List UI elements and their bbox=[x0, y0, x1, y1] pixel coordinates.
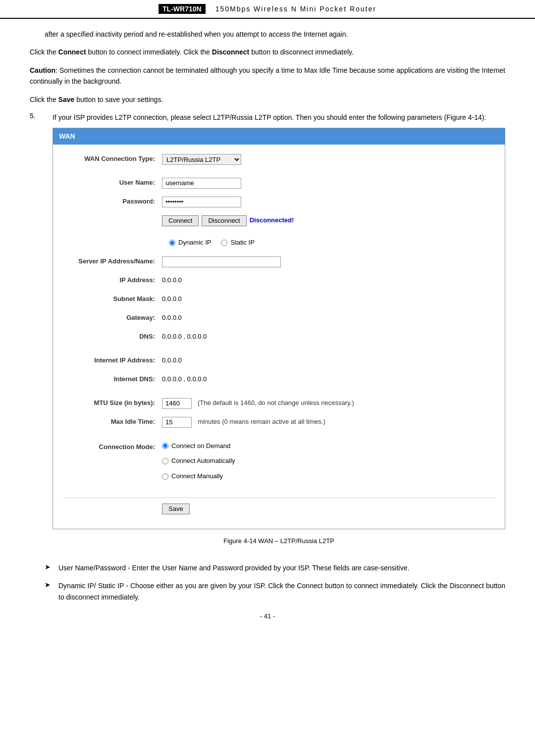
dynamic-ip-option[interactable]: Dynamic IP bbox=[169, 238, 211, 248]
mtu-input[interactable] bbox=[162, 398, 192, 409]
conn-demand-label: Connect on Demand bbox=[171, 441, 230, 452]
inet-dns-value: 0.0.0.0 , 0.0.0.0 bbox=[162, 374, 207, 385]
inet-dns-row: Internet DNS: 0.0.0.0 , 0.0.0.0 bbox=[63, 373, 495, 387]
inet-ip-label: Internet IP Address: bbox=[63, 355, 162, 366]
password-label: Password: bbox=[63, 197, 162, 207]
subnet-mask-text: 0.0.0.0 bbox=[162, 294, 182, 304]
wan-box: WAN WAN Connection Type: L2TP/Russia L2T… bbox=[53, 128, 505, 529]
bullet-arrow-2: ➤ bbox=[45, 580, 53, 603]
bullet-content-1: User Name/Password - Enter the User Name… bbox=[58, 562, 505, 573]
conn-mode-row: Connection Mode: Connect on Demand Conne… bbox=[63, 441, 495, 484]
user-name-label: User Name: bbox=[63, 178, 162, 188]
idle-time-note: minutes (0 means remain active at all ti… bbox=[198, 417, 325, 427]
wan-conn-type-select[interactable]: L2TP/Russia L2TP bbox=[162, 154, 241, 165]
dns-row: DNS: 0.0.0.0 , 0.0.0.0 bbox=[63, 330, 495, 344]
user-name-input[interactable] bbox=[162, 178, 241, 189]
password-value bbox=[162, 197, 241, 207]
mtu-value: (The default is 1460, do not change unle… bbox=[162, 398, 354, 409]
page-header: TL-WR710N 150Mbps Wireless N Mini Pocket… bbox=[0, 0, 535, 19]
gateway-text: 0.0.0.0 bbox=[162, 313, 182, 323]
idle-time-row: Max Idle Time: minutes (0 means remain a… bbox=[63, 415, 495, 429]
para-caution: Caution: Sometimes the connection cannot… bbox=[30, 65, 505, 87]
ip-address-value: 0.0.0.0 bbox=[162, 275, 182, 286]
para-inactivity: after a specified inactivity period and … bbox=[30, 29, 505, 40]
gateway-label: Gateway: bbox=[63, 313, 162, 323]
bullet-content-2: Dynamic IP/ Static IP - Choose either as… bbox=[58, 580, 505, 603]
subnet-mask-row: Subnet Mask: 0.0.0.0 bbox=[63, 293, 495, 306]
static-ip-option[interactable]: Static IP bbox=[221, 238, 254, 248]
inet-ip-value: 0.0.0.0 bbox=[162, 355, 182, 366]
conn-demand-radio[interactable] bbox=[162, 443, 168, 449]
connect-button[interactable]: Connect bbox=[162, 215, 199, 226]
product-description: 150Mbps Wireless N Mini Pocket Router bbox=[215, 5, 376, 13]
mtu-row: MTU Size (in bytes): (The default is 146… bbox=[63, 397, 495, 410]
list-content-5: If your ISP provides L2TP connection, pl… bbox=[53, 112, 505, 555]
ip-address-row: IP Address: 0.0.0.0 bbox=[63, 274, 495, 288]
save-button[interactable]: Save bbox=[162, 504, 190, 514]
connect-buttons: Connect Disconnect Disconnected! bbox=[162, 215, 294, 226]
page-number: - 41 - bbox=[30, 612, 505, 620]
conn-auto-label: Connect Automatically bbox=[171, 456, 235, 466]
connect-buttons-row: Connect Disconnect Disconnected! bbox=[63, 214, 495, 228]
conn-mode-options: Connect on Demand Connect Automatically … bbox=[162, 441, 235, 484]
wan-body: WAN Connection Type: L2TP/Russia L2TP Us… bbox=[53, 145, 505, 529]
save-button-row: Save bbox=[63, 502, 495, 516]
conn-demand-option[interactable]: Connect on Demand bbox=[162, 441, 235, 452]
gateway-value: 0.0.0.0 bbox=[162, 313, 182, 323]
user-name-value bbox=[162, 178, 241, 189]
mtu-note: (The default is 1460, do not change unle… bbox=[198, 398, 354, 408]
dynamic-ip-radio[interactable] bbox=[169, 240, 175, 246]
inet-ip-row: Internet IP Address: 0.0.0.0 bbox=[63, 354, 495, 368]
save-button-container: Save bbox=[162, 504, 190, 514]
idle-time-input[interactable] bbox=[162, 417, 192, 428]
wan-title: WAN bbox=[53, 128, 505, 144]
bullet-item-2: ➤ Dynamic IP/ Static IP - Choose either … bbox=[30, 580, 505, 603]
dns-label: DNS: bbox=[63, 332, 162, 342]
inet-dns-label: Internet DNS: bbox=[63, 374, 162, 385]
conn-auto-option[interactable]: Connect Automatically bbox=[162, 456, 235, 466]
password-row: Password: bbox=[63, 195, 495, 209]
static-ip-radio[interactable] bbox=[221, 240, 227, 246]
conn-manual-label: Connect Manually bbox=[171, 471, 223, 482]
ip-address-label: IP Address: bbox=[63, 275, 162, 286]
gateway-row: Gateway: 0.0.0.0 bbox=[63, 311, 495, 325]
server-ip-value bbox=[162, 256, 281, 267]
conn-manual-radio[interactable] bbox=[162, 473, 168, 480]
ip-type-row: Dynamic IP Static IP bbox=[63, 238, 495, 250]
static-ip-label: Static IP bbox=[230, 238, 254, 248]
server-ip-input[interactable] bbox=[162, 256, 281, 267]
wan-conn-type-value: L2TP/Russia L2TP bbox=[162, 154, 241, 165]
conn-auto-radio[interactable] bbox=[162, 458, 168, 464]
ip-address-text: 0.0.0.0 bbox=[162, 275, 182, 286]
idle-time-value: minutes (0 means remain active at all ti… bbox=[162, 417, 325, 428]
bullet-item-1: ➤ User Name/Password - Enter the User Na… bbox=[30, 562, 505, 573]
bullet-arrow-1: ➤ bbox=[45, 562, 53, 573]
user-name-row: User Name: bbox=[63, 176, 495, 190]
dns-text: 0.0.0.0 , 0.0.0.0 bbox=[162, 332, 207, 342]
main-content: after a specified inactivity period and … bbox=[0, 19, 535, 635]
list-item-5: 5. If your ISP provides L2TP connection,… bbox=[30, 112, 505, 555]
wan-conn-type-label: WAN Connection Type: bbox=[63, 154, 162, 164]
dynamic-ip-label: Dynamic IP bbox=[178, 238, 211, 248]
inet-ip-text: 0.0.0.0 bbox=[162, 355, 182, 366]
para-connect-disconnect: Click the Connect button to connect imme… bbox=[30, 47, 505, 57]
server-ip-label: Server IP Address/Name: bbox=[63, 256, 162, 267]
conn-manual-option[interactable]: Connect Manually bbox=[162, 471, 235, 482]
conn-mode-label: Connection Mode: bbox=[63, 441, 162, 453]
disconnect-button[interactable]: Disconnect bbox=[202, 215, 246, 226]
idle-time-label: Max Idle Time: bbox=[63, 417, 162, 427]
model-label: TL-WR710N bbox=[159, 4, 206, 14]
wan-conn-type-row: WAN Connection Type: L2TP/Russia L2TP bbox=[63, 152, 495, 166]
subnet-mask-label: Subnet Mask: bbox=[63, 294, 162, 304]
server-ip-row: Server IP Address/Name: bbox=[63, 255, 495, 269]
inet-dns-text: 0.0.0.0 , 0.0.0.0 bbox=[162, 374, 207, 385]
dns-value: 0.0.0.0 , 0.0.0.0 bbox=[162, 332, 207, 342]
password-input[interactable] bbox=[162, 197, 241, 207]
list-number-5: 5. bbox=[30, 112, 45, 555]
connection-status: Disconnected! bbox=[250, 215, 294, 226]
subnet-mask-value: 0.0.0.0 bbox=[162, 294, 182, 304]
mtu-label: MTU Size (in bytes): bbox=[63, 398, 162, 408]
para-save: Click the Save button to save your setti… bbox=[30, 94, 505, 105]
figure-caption: Figure 4-14 WAN – L2TP/Russia L2TP bbox=[53, 536, 505, 547]
